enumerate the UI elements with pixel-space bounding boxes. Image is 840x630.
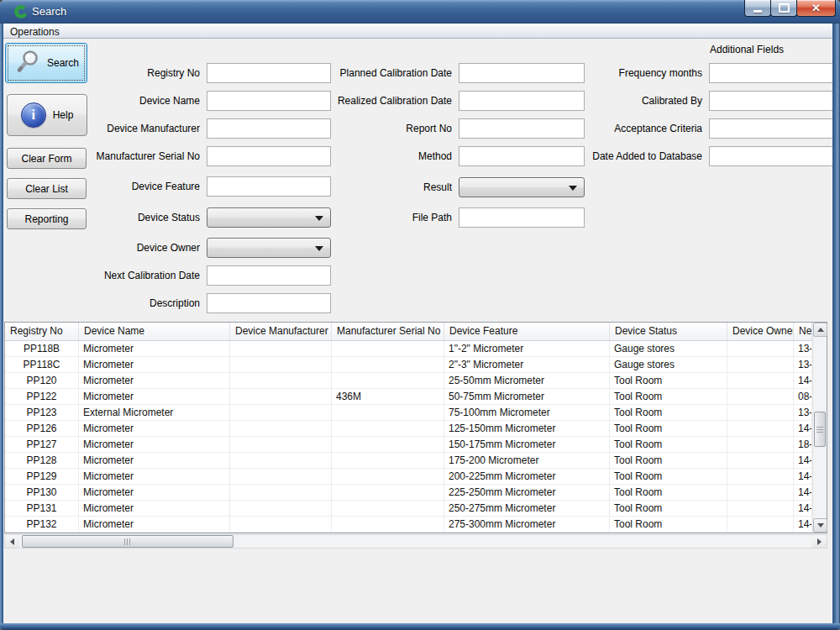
- window-border: [832, 24, 840, 623]
- cell-manufacturer-serial-no: [332, 341, 444, 356]
- vertical-scrollbar-thumb[interactable]: [814, 412, 826, 447]
- menu-operations[interactable]: Operations: [3, 25, 66, 38]
- help-button[interactable]: i Help: [7, 94, 87, 136]
- minimize-button[interactable]: [744, 0, 771, 17]
- table-row[interactable]: PP123External Micrometer75-100mm Microme…: [5, 405, 827, 421]
- table-row[interactable]: PP118BMicrometer1"-2" MicrometerGauge st…: [5, 341, 827, 357]
- date-added-to-database-input[interactable]: [709, 146, 833, 166]
- column-header-registry-no[interactable]: Registry No: [5, 323, 79, 340]
- cell-device-manufacturer: [230, 453, 332, 468]
- device-manufacturer-label: Device Manufacturer: [81, 118, 200, 139]
- additional-fields-header: Additional Fields: [710, 44, 784, 55]
- cell-registry-no: PP127: [5, 437, 79, 452]
- column-header-device-feature[interactable]: Device Feature: [444, 323, 610, 340]
- cell-device-name: Micrometer: [79, 501, 230, 516]
- acceptance-criteria-input[interactable]: [709, 118, 833, 139]
- device-status-label: Device Status: [81, 207, 200, 228]
- cell-next-calibration-date: 14-0: [794, 485, 812, 500]
- cell-device-name: External Micrometer: [79, 405, 230, 420]
- file-path-input[interactable]: [459, 207, 585, 228]
- table-row[interactable]: PP128Micrometer175-200 MicrometerTool Ro…: [5, 453, 827, 469]
- cell-device-owner: [727, 341, 794, 356]
- description-input[interactable]: [207, 293, 331, 313]
- reporting-button[interactable]: Reporting: [7, 208, 87, 229]
- cell-device-feature: 200-225mm Micrometer: [444, 469, 610, 484]
- cell-manufacturer-serial-no: [332, 357, 444, 372]
- cell-registry-no: PP132: [5, 517, 79, 532]
- cell-manufacturer-serial-no: 436M: [332, 389, 444, 404]
- results-table: Registry NoDevice NameDevice Manufacture…: [4, 322, 827, 533]
- cell-device-status: Tool Room: [610, 501, 727, 516]
- clear-list-label: Clear List: [25, 183, 68, 195]
- triangle-down-icon: [817, 523, 824, 528]
- table-row[interactable]: PP122Micrometer436M50-75mm MicrometerToo…: [5, 389, 827, 405]
- device-owner-select[interactable]: [207, 238, 331, 258]
- cell-registry-no: PP122: [5, 389, 79, 404]
- scroll-right-button[interactable]: [812, 535, 827, 548]
- cell-device-name: Micrometer: [79, 485, 230, 500]
- scroll-up-button[interactable]: [813, 323, 827, 337]
- device-name-input[interactable]: [207, 91, 331, 111]
- cell-device-manufacturer: [230, 341, 332, 356]
- thumb-grip-icon: [124, 538, 131, 545]
- column-header-device-owner[interactable]: Device Owner: [727, 323, 794, 340]
- scroll-down-button[interactable]: [813, 518, 827, 533]
- cell-device-owner: [727, 405, 794, 420]
- cell-device-owner: [727, 357, 794, 372]
- table-row[interactable]: PP129Micrometer200-225mm MicrometerTool …: [5, 469, 827, 485]
- cell-device-owner: [727, 485, 794, 500]
- clear-form-button[interactable]: Clear Form: [7, 148, 87, 169]
- cell-device-owner: [727, 389, 794, 404]
- cell-device-feature: 1"-2" Micrometer: [444, 341, 610, 356]
- manufacturer-serial-no-input[interactable]: [207, 146, 331, 166]
- column-header-next-calibration-date[interactable]: Next Calibration Date: [794, 323, 812, 340]
- calibrated-by-label: Calibrated By: [562, 91, 702, 111]
- table-row[interactable]: PP127Micrometer150-175mm MicrometerTool …: [5, 437, 827, 453]
- table-row[interactable]: PP130Micrometer225-250mm MicrometerTool …: [5, 485, 827, 501]
- cell-device-owner: [727, 517, 794, 532]
- search-button[interactable]: Search: [5, 43, 87, 83]
- registry-no-input[interactable]: [207, 63, 331, 83]
- title-bar[interactable]: Search ✕: [0, 0, 840, 24]
- column-header-device-name[interactable]: Device Name: [79, 323, 230, 340]
- file-path-label: File Path: [320, 207, 452, 228]
- window-border: [0, 24, 3, 623]
- table-row[interactable]: PP126Micrometer125-150mm MicrometerTool …: [5, 421, 827, 437]
- report-no-label: Report No: [320, 118, 452, 139]
- result-label: Result: [320, 177, 452, 197]
- result-select[interactable]: [459, 177, 585, 197]
- horizontal-scrollbar-thumb[interactable]: [22, 535, 234, 548]
- scroll-left-button[interactable]: [5, 535, 19, 548]
- column-header-device-manufacturer[interactable]: Device Manufacturer: [230, 323, 332, 340]
- cell-device-status: Tool Room: [610, 517, 727, 532]
- device-feature-input[interactable]: [207, 176, 331, 197]
- cell-device-manufacturer: [230, 389, 332, 404]
- cell-next-calibration-date: 18-0: [794, 437, 812, 452]
- column-header-manufacturer-serial-no[interactable]: Manufacturer Serial No: [332, 323, 444, 340]
- magnifier-icon: [13, 48, 42, 79]
- maximize-button[interactable]: [770, 0, 797, 17]
- cell-device-manufacturer: [230, 437, 332, 452]
- app-icon: [14, 5, 28, 18]
- cell-device-feature: 2"-3" Micrometer: [444, 357, 610, 372]
- close-button[interactable]: ✕: [796, 0, 836, 17]
- cell-device-status: Tool Room: [610, 485, 727, 500]
- clear-list-button[interactable]: Clear List: [7, 178, 87, 199]
- next-calibration-date-input[interactable]: [207, 265, 331, 286]
- table-row[interactable]: PP131Micrometer250-275mm MicrometerTool …: [5, 501, 827, 517]
- frequency-months-input[interactable]: [709, 63, 833, 83]
- table-row[interactable]: PP132Micrometer275-300mm MicrometerTool …: [5, 517, 827, 533]
- calibrated-by-input[interactable]: [709, 91, 833, 111]
- device-feature-label: Device Feature: [81, 176, 200, 197]
- table-horizontal-scrollbar[interactable]: [4, 534, 827, 549]
- cell-device-feature: 175-200 Micrometer: [444, 453, 610, 468]
- device-status-select[interactable]: [207, 207, 331, 228]
- table-vertical-scrollbar[interactable]: [812, 323, 827, 533]
- table-row[interactable]: PP120Micrometer25-50mm MicrometerTool Ro…: [5, 373, 827, 389]
- cell-device-feature: 50-75mm Micrometer: [444, 389, 610, 404]
- table-row[interactable]: PP118CMicrometer2"-3" MicrometerGauge st…: [5, 357, 827, 373]
- device-manufacturer-input[interactable]: [207, 118, 331, 139]
- cell-registry-no: PP123: [5, 405, 79, 420]
- method-label: Method: [320, 146, 452, 166]
- column-header-device-status[interactable]: Device Status: [610, 323, 727, 340]
